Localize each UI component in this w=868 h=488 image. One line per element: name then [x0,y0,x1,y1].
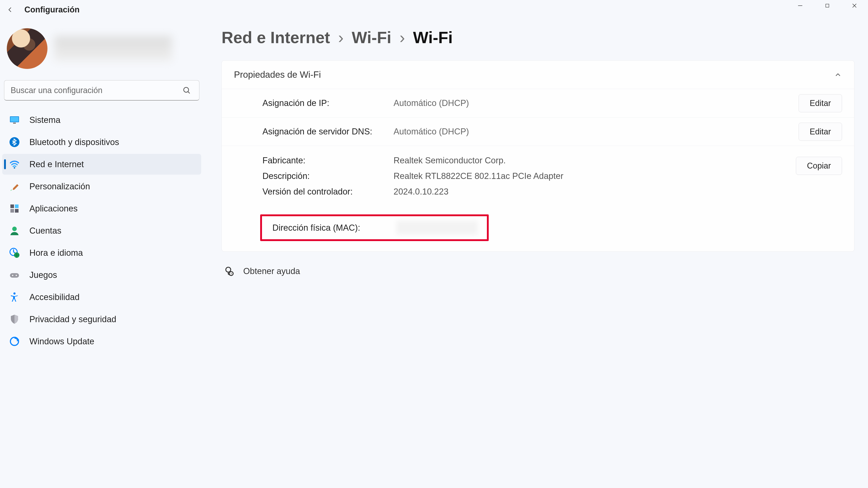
person-icon [8,225,20,236]
sidebar-item-label: Privacidad y seguridad [29,315,116,324]
close-button[interactable] [841,0,868,11]
svg-rect-14 [10,273,19,278]
manufacturer-value: Realtek Semiconductor Corp. [394,154,506,167]
back-button[interactable] [4,4,16,15]
update-icon [8,335,20,347]
adapter-info-block: Fabricante: Realtek Semiconductor Corp. … [222,146,854,206]
svg-point-17 [13,292,16,295]
svg-point-11 [12,227,17,231]
svg-rect-3 [10,117,19,122]
maximize-icon [825,3,830,8]
row-mac-address: Dirección física (MAC): [249,208,847,247]
profile-block[interactable] [2,24,201,73]
arrow-left-icon [6,5,14,14]
mac-highlight-annotation: Dirección física (MAC): [260,215,489,241]
svg-point-16 [16,275,17,276]
sidebar-item-juegos[interactable]: Juegos [2,265,201,285]
minimize-icon [797,2,803,9]
svg-rect-0 [826,4,829,7]
monitor-icon [8,114,20,126]
minimize-button[interactable] [786,0,814,11]
sidebar-item-bluetooth[interactable]: Bluetooth y dispositivos [2,132,201,153]
sidebar-item-label: Personalización [29,182,90,191]
dns-assignment-value: Automático (DHCP) [394,125,484,138]
breadcrumb-link-wifi[interactable]: Wi-Fi [352,28,391,47]
edit-dns-button[interactable]: Editar [799,123,842,141]
sidebar-item-aplicaciones[interactable]: Aplicaciones [2,198,201,219]
sidebar-item-windows-update[interactable]: Windows Update [2,331,201,352]
maximize-button[interactable] [814,0,841,11]
sidebar-item-cuentas[interactable]: Cuentas [2,220,201,241]
sidebar-item-sistema[interactable]: Sistema [2,109,201,130]
avatar [7,28,48,69]
panel-title: Propiedades de Wi-Fi [234,70,321,80]
brush-icon [8,181,20,192]
sidebar-item-label: Bluetooth y dispositivos [29,137,119,147]
description-label: Descripción: [262,170,394,183]
svg-rect-7 [10,204,14,208]
wifi-properties-panel: Propiedades de Wi-Fi Asignación de IP: A… [221,60,855,252]
chevron-right-icon: › [399,28,405,47]
svg-point-19 [226,267,231,272]
sidebar-item-personalizacion[interactable]: Personalización [2,176,201,197]
gamepad-icon [8,269,20,281]
edit-ip-button[interactable]: Editar [799,94,842,112]
sidebar-item-label: Juegos [29,270,57,280]
sidebar-item-hora-idioma[interactable]: Hora e idioma [2,242,201,263]
help-icon: ? [223,265,235,277]
get-help-link[interactable]: ? Obtener ayuda [221,265,855,277]
sidebar-item-label: Sistema [29,115,60,125]
wifi-icon [8,158,20,170]
sidebar-item-label: Hora e idioma [29,248,83,258]
chevron-up-icon [834,71,842,79]
ip-assignment-value: Automático (DHCP) [394,97,484,109]
sidebar-item-label: Aplicaciones [29,204,78,214]
search-input[interactable] [4,80,199,101]
sidebar-item-label: Red e Internet [29,160,84,169]
svg-rect-10 [15,209,19,213]
driver-version-label: Versión del controlador: [262,185,394,198]
breadcrumb-link-red-internet[interactable]: Red e Internet [221,28,330,47]
profile-name [54,36,172,61]
sidebar-item-label: Windows Update [29,337,94,346]
svg-rect-8 [15,204,19,208]
panel-header[interactable]: Propiedades de Wi-Fi [222,61,854,89]
breadcrumb-current: Wi-Fi [413,28,453,47]
svg-point-15 [12,275,13,276]
search-icon [182,86,191,95]
main-content: Red e Internet › Wi-Fi › Wi-Fi Propiedad… [204,19,868,488]
sidebar-item-label: Accesibilidad [29,292,80,302]
help-label: Obtener ayuda [243,266,300,276]
bluetooth-icon [8,136,20,148]
title-bar: Configuración [0,0,868,19]
breadcrumb: Red e Internet › Wi-Fi › Wi-Fi [221,28,855,47]
svg-text:?: ? [230,272,232,275]
manufacturer-label: Fabricante: [262,154,394,167]
sidebar-item-accesibilidad[interactable]: Accesibilidad [2,287,201,307]
row-ip-assignment: Asignación de IP: Automático (DHCP) Edit… [222,89,854,117]
svg-rect-9 [10,209,14,213]
sidebar-item-red-internet[interactable]: Red e Internet [2,154,201,175]
svg-rect-4 [13,123,16,124]
description-value: Realtek RTL8822CE 802.11ac PCIe Adapter [394,170,563,183]
ip-assignment-label: Asignación de IP: [262,97,394,109]
apps-icon [8,203,20,215]
row-dns-assignment: Asignación de servidor DNS: Automático (… [222,117,854,146]
clock-globe-icon [8,247,20,259]
sidebar-item-label: Cuentas [29,226,61,236]
svg-point-1 [184,88,189,92]
shield-icon [8,313,20,325]
dns-assignment-label: Asignación de servidor DNS: [262,125,394,138]
sidebar: Sistema Bluetooth y dispositivos Red e I… [0,19,204,488]
copy-button[interactable]: Copiar [796,157,842,175]
mac-value-redacted [397,221,478,235]
window-title: Configuración [24,5,80,14]
close-icon [851,2,858,9]
mac-label: Dirección física (MAC): [272,223,360,233]
sidebar-item-privacidad[interactable]: Privacidad y seguridad [2,309,201,330]
accessibility-icon [8,291,20,303]
chevron-right-icon: › [338,28,344,47]
svg-point-6 [14,167,15,168]
driver-version-value: 2024.0.10.223 [394,185,484,198]
